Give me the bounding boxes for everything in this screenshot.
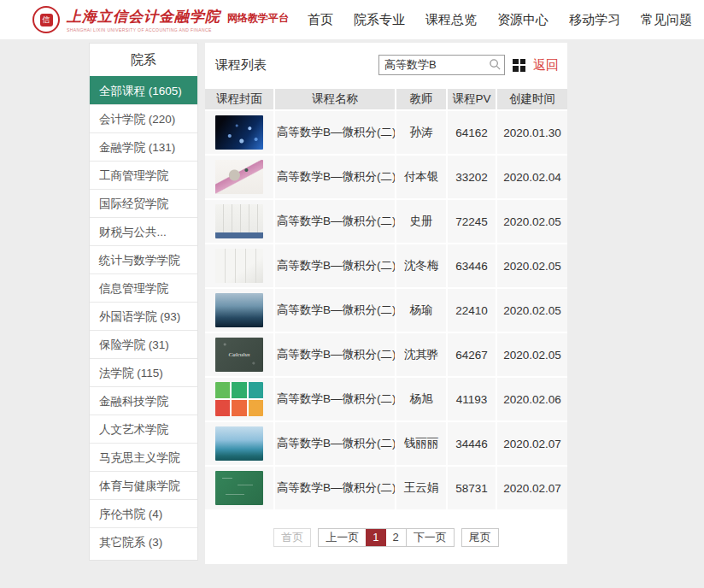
course-cover-thumbnail[interactable] [215, 249, 263, 283]
course-date: 2020.02.05 [496, 198, 567, 243]
pagination-next-button[interactable]: 下一页 [406, 529, 454, 546]
course-cover-thumbnail[interactable] [215, 426, 263, 461]
table-row[interactable]: 高等数学B—微积分(二) 孙涛 64162 2020.01.30 [205, 109, 567, 154]
table-header-row: 课程封面 课程名称 教师 课程PV 创建时间 [205, 89, 567, 109]
course-teacher: 钱丽丽 [395, 420, 446, 465]
course-name[interactable]: 高等数学B—微积分(二) [273, 376, 395, 420]
course-teacher: 孙涛 [395, 109, 446, 154]
nav-item-departments[interactable]: 院系专业 [354, 12, 405, 28]
course-name[interactable]: 高等数学B—微积分(二) [273, 243, 395, 287]
course-teacher: 史册 [395, 198, 446, 243]
nav-item-resource-center[interactable]: 资源中心 [497, 12, 549, 28]
table-row[interactable]: 高等数学B—微积分(二) 史册 72245 2020.02.05 [205, 198, 567, 243]
course-pv: 33202 [446, 154, 496, 198]
course-pv: 22410 [446, 287, 496, 332]
sidebar-item-sports-health[interactable]: 体育与健康学院 [90, 471, 197, 499]
course-pv: 34446 [446, 420, 496, 465]
sidebar-title: 院系 [90, 44, 197, 76]
search-icon[interactable] [489, 58, 502, 71]
course-pv: 63446 [446, 243, 496, 287]
course-date: 2020.02.07 [496, 465, 567, 509]
course-date: 2020.02.05 [496, 332, 567, 376]
grid-view-icon[interactable] [513, 59, 525, 72]
table-row[interactable]: 高等数学B—微积分(二) 杨瑜 22410 2020.02.05 [205, 287, 567, 332]
nav-item-courses-overview[interactable]: 课程总览 [425, 12, 477, 28]
course-pv: 58731 [446, 465, 496, 509]
course-cover-thumbnail[interactable] [215, 382, 263, 416]
course-table: 课程封面 课程名称 教师 课程PV 创建时间 高等数学B—微积分(二) 孙涛 6… [205, 89, 567, 509]
course-date: 2020.02.05 [496, 287, 567, 332]
course-cover-thumbnail[interactable] [215, 115, 263, 150]
seal-character: 信 [40, 14, 53, 26]
pagination-prev-button[interactable]: 上一页 [319, 529, 366, 546]
sidebar-item-marxism[interactable]: 马克思主义学院 [90, 443, 197, 471]
nav-item-faq[interactable]: 常见问题 [641, 12, 692, 28]
table-row[interactable]: 高等数学B—微积分(二) 付本银 33202 2020.02.04 [205, 154, 567, 198]
course-teacher: 杨旭 [395, 376, 446, 420]
sidebar-item-intl-trade[interactable]: 国际经贸学院 [90, 189, 197, 217]
cover-calculus-text: Calculus [229, 351, 250, 358]
course-cover-thumbnail[interactable] [215, 204, 263, 238]
sidebar-item-accounting[interactable]: 会计学院 (220) [90, 104, 197, 132]
platform-name: 网络教学平台 [227, 11, 289, 26]
top-bar: 信 上海立信会计金融学院 网络教学平台 SHANGHAI LIXIN UNIVE… [0, 0, 704, 39]
course-cover-thumbnail[interactable] [215, 293, 263, 327]
sidebar-item-all-courses[interactable]: 全部课程 (1605) [90, 76, 197, 104]
sidebar-item-taxation-public[interactable]: 财税与公共... [90, 217, 197, 245]
pagination: 首页 上一页 1 2 下一页 尾页 [205, 528, 567, 547]
sidebar-item-info-management[interactable]: 信息管理学院 [90, 273, 197, 302]
header-pv: 课程PV [446, 89, 496, 109]
course-teacher: 王云娟 [395, 465, 446, 509]
pagination-page-1[interactable]: 1 [366, 529, 385, 546]
course-cover-thumbnail[interactable] [215, 160, 263, 194]
course-name[interactable]: 高等数学B—微积分(二) [273, 154, 395, 198]
sidebar-item-finance[interactable]: 金融学院 (131) [90, 132, 197, 161]
sidebar-item-law[interactable]: 法学院 (115) [90, 358, 197, 386]
course-list-panel: 课程列表 返回 课程封面 课程名称 教师 课程PV 创建时间 [205, 43, 567, 564]
table-row[interactable]: 高等数学B—微积分(二) 杨旭 41193 2020.02.06 [205, 376, 567, 420]
department-sidebar: 院系 全部课程 (1605) 会计学院 (220) 金融学院 (131) 工商管… [89, 43, 198, 561]
course-pv: 64267 [446, 332, 496, 376]
sidebar-item-fintech[interactable]: 金融科技学院 [90, 386, 197, 415]
table-row[interactable]: 高等数学B—微积分(二) 沈冬梅 63446 2020.02.05 [205, 243, 567, 287]
course-teacher: 沈冬梅 [395, 243, 446, 287]
course-date: 2020.02.05 [496, 243, 567, 287]
sidebar-item-insurance[interactable]: 保险学院 (31) [90, 330, 197, 358]
search-input[interactable] [378, 55, 505, 75]
sidebar-item-xulun-college[interactable]: 序伦书院 (4) [90, 499, 197, 527]
course-pv: 72245 [446, 198, 496, 243]
table-row[interactable]: 高等数学B—微积分(二) 王云娟 58731 2020.02.07 [205, 465, 567, 509]
course-cover-thumbnail[interactable]: Calculus [215, 338, 263, 372]
course-name[interactable]: 高等数学B—微积分(二) [273, 287, 395, 332]
back-link[interactable]: 返回 [533, 57, 559, 74]
course-date: 2020.02.07 [496, 420, 567, 465]
nav-item-mobile-learning[interactable]: 移动学习 [569, 12, 620, 28]
header-name: 课程名称 [273, 89, 395, 109]
table-row[interactable]: 高等数学B—微积分(二) 钱丽丽 34446 2020.02.07 [205, 420, 567, 465]
course-pv: 64162 [446, 109, 496, 154]
course-name[interactable]: 高等数学B—微积分(二) [273, 420, 395, 465]
sidebar-item-business-admin[interactable]: 工商管理学院 [90, 161, 197, 189]
course-date: 2020.02.06 [496, 376, 567, 420]
header-cover: 课程封面 [205, 89, 273, 109]
pagination-first-button[interactable]: 首页 [273, 528, 311, 547]
course-name[interactable]: 高等数学B—微积分(二) [273, 465, 395, 509]
page-title: 课程列表 [215, 57, 267, 74]
header-created: 创建时间 [496, 89, 567, 109]
course-cover-thumbnail[interactable] [215, 471, 263, 505]
pagination-last-button[interactable]: 尾页 [461, 528, 499, 547]
sidebar-item-foreign-languages[interactable]: 外国语学院 (93) [90, 302, 197, 330]
course-name[interactable]: 高等数学B—微积分(二) [273, 198, 395, 243]
course-name[interactable]: 高等数学B—微积分(二) [273, 109, 395, 154]
sidebar-item-other-departments[interactable]: 其它院系 (3) [90, 527, 197, 556]
university-name-en: SHANGHAI LIXIN UNIVERSITY OF ACCOUNTING … [67, 27, 289, 32]
course-teacher: 杨瑜 [395, 287, 446, 332]
nav-item-home[interactable]: 首页 [308, 12, 333, 28]
course-name[interactable]: 高等数学B—微积分(二) [273, 332, 395, 376]
sidebar-item-statistics-math[interactable]: 统计与数学学院 [90, 245, 197, 273]
pagination-page-2[interactable]: 2 [386, 529, 406, 546]
university-seal-logo: 信 [32, 6, 60, 33]
sidebar-item-humanities-arts[interactable]: 人文艺术学院 [90, 415, 197, 443]
table-row[interactable]: Calculus 高等数学B—微积分(二) 沈其骅 64267 2020.02.… [205, 332, 567, 376]
university-name: 上海立信会计金融学院 [67, 7, 220, 26]
